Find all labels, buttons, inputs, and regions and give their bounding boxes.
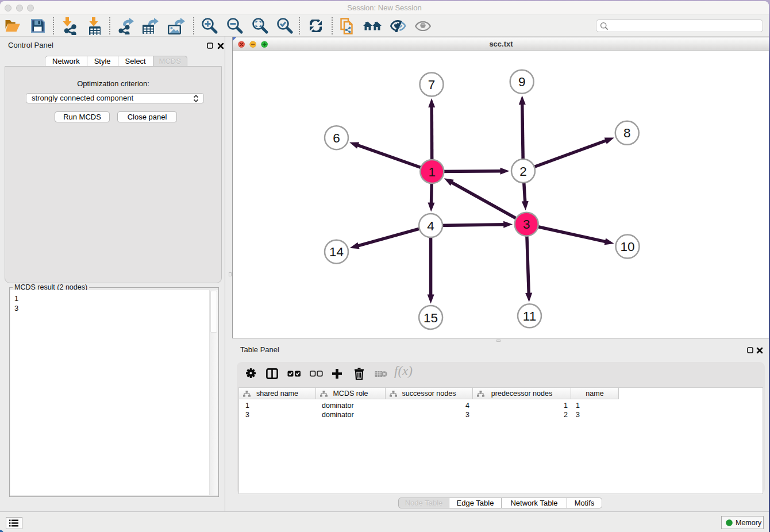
svg-text:8: 8 xyxy=(623,126,631,140)
svg-text:10: 10 xyxy=(620,240,634,254)
svg-text:15: 15 xyxy=(424,311,438,325)
svg-text:11: 11 xyxy=(523,309,536,323)
svg-text:6: 6 xyxy=(333,131,340,145)
svg-text:7: 7 xyxy=(428,78,436,92)
svg-text:3: 3 xyxy=(523,217,530,232)
svg-text:2: 2 xyxy=(519,164,527,179)
svg-text:9: 9 xyxy=(518,75,526,89)
svg-text:1: 1 xyxy=(429,165,436,179)
svg-text:14: 14 xyxy=(329,245,344,259)
svg-text:4: 4 xyxy=(427,219,434,233)
